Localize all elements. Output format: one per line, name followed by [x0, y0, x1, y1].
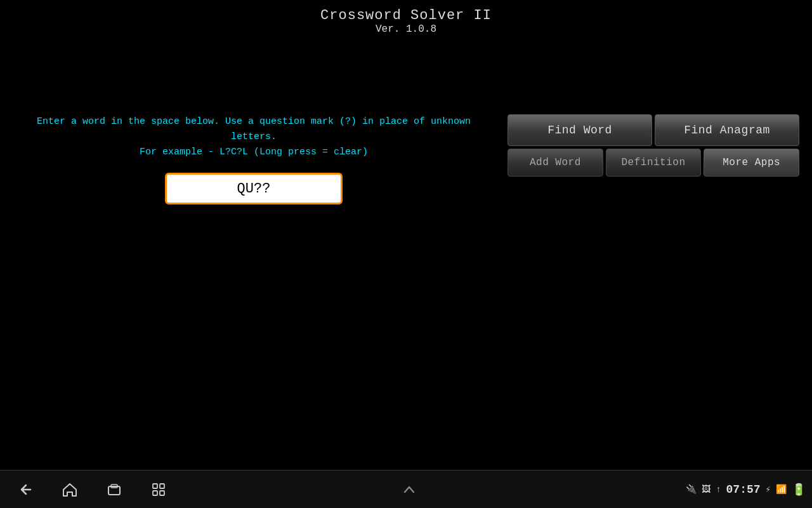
svg-rect-5: [160, 491, 164, 495]
upload-icon: ↑: [716, 485, 721, 495]
definition-button[interactable]: Definition: [606, 149, 702, 177]
svg-rect-4: [153, 491, 157, 495]
instruction-text: Enter a word in the space below. Use a q…: [25, 114, 482, 160]
app-title: Crossword Solver II: [0, 8, 812, 23]
signal-icon: 📶: [776, 484, 787, 495]
nav-center: [277, 477, 542, 502]
status-bar: 🔌 🖼 ↑ 07:57 ⚡ 📶 🔋: [541, 483, 812, 497]
add-word-button[interactable]: Add Word: [508, 149, 603, 177]
find-word-button[interactable]: Find Word: [508, 114, 652, 146]
nav-bar: 🔌 🖼 ↑ 07:57 ⚡ 📶 🔋: [0, 470, 812, 508]
word-input[interactable]: [165, 173, 343, 204]
title-area: Crossword Solver II Ver. 1.0.8: [0, 0, 812, 35]
button-row-1: Find Word Find Anagram: [508, 114, 799, 146]
back-button[interactable]: [13, 477, 38, 502]
app-version: Ver. 1.0.8: [0, 23, 812, 35]
image-icon: 🖼: [702, 485, 710, 495]
recents-button[interactable]: [102, 477, 127, 502]
main-content: Enter a word in the space below. Use a q…: [0, 51, 812, 470]
bluetooth-icon: ⚡: [766, 484, 771, 495]
left-panel: Enter a word in the space below. Use a q…: [25, 114, 482, 204]
home-button[interactable]: [57, 477, 82, 502]
grid-button[interactable]: [146, 477, 171, 502]
find-anagram-button[interactable]: Find Anagram: [655, 114, 799, 146]
more-apps-button[interactable]: More Apps: [704, 149, 799, 177]
battery-icon: 🔋: [792, 483, 806, 497]
usb-icon: 🔌: [686, 484, 697, 495]
right-panel: Find Word Find Anagram Add Word Definiti…: [508, 114, 799, 177]
chevron-up-button[interactable]: [396, 477, 422, 502]
button-row-2: Add Word Definition More Apps: [508, 149, 799, 177]
status-time: 07:57: [726, 483, 761, 496]
svg-rect-3: [160, 484, 164, 488]
svg-rect-2: [153, 484, 157, 488]
nav-left: [0, 477, 277, 502]
